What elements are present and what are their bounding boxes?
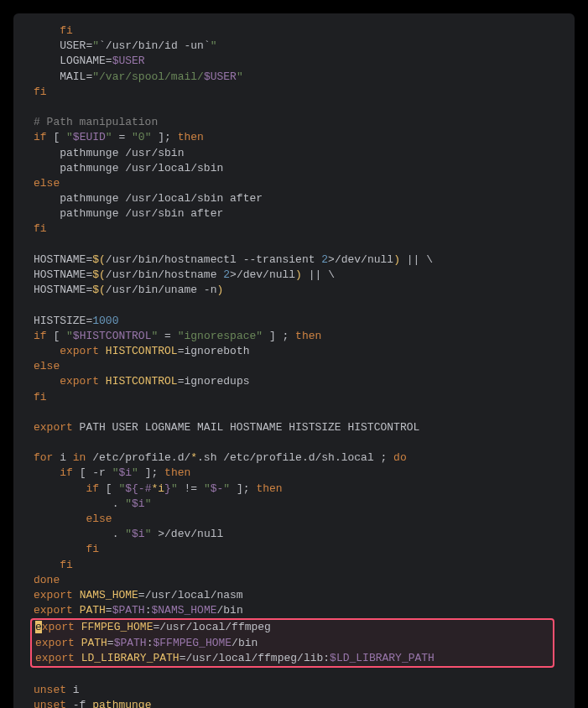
token-plain: =/usr/local/nasm	[138, 589, 243, 601]
code-line	[13, 435, 575, 450]
token-keyword: export	[60, 375, 99, 388]
token-cmd: NAMS_HOME	[80, 589, 138, 601]
token-keyword: then	[164, 466, 190, 479]
code-line: if [ "$EUID" = "0" ]; then	[13, 130, 575, 145]
token-keyword: then	[295, 330, 321, 342]
code-line: export PATH USER LOGNAME MAIL HOSTNAME H…	[13, 420, 575, 435]
token-plain	[99, 345, 106, 357]
token-var: $NAMS_HOME	[151, 604, 216, 617]
token-cmd: *i	[151, 482, 164, 495]
token-plain	[73, 589, 80, 601]
token-plain: [ -r	[73, 466, 112, 479]
token-cmd: )	[216, 284, 223, 296]
code-line: pathmunge /usr/sbin after	[13, 206, 575, 221]
token-plain: .	[112, 497, 126, 510]
token-keyword: fi	[86, 543, 99, 555]
token-cmd: PATH	[80, 604, 106, 617]
token-plain: pathmunge /usr/sbin	[60, 147, 184, 159]
code-line: pathmunge /usr/sbin	[13, 146, 575, 161]
token-plain: PATH USER LOGNAME MAIL HOSTNAME HISTSIZE…	[73, 421, 419, 434]
token-string: "0"	[132, 131, 151, 143]
token-keyword: then	[178, 131, 204, 143]
token-keyword: if	[60, 466, 73, 479]
token-keyword: fi	[34, 391, 47, 403]
token-plain: =	[107, 637, 114, 649]
token-plain: /usr/bin/hostnamectl --transient	[106, 253, 321, 266]
token-string: "	[125, 528, 132, 540]
token-plain: pathmunge /usr/sbin after	[60, 207, 223, 220]
token-plain: =	[158, 330, 177, 342]
token-var: $HISTCONTROL	[73, 330, 152, 342]
code-line: export NAMS_HOME=/usr/local/nasm	[13, 588, 575, 603]
token-string: "	[66, 131, 73, 143]
code-line: else	[13, 512, 575, 527]
token-string: "	[92, 39, 99, 52]
token-keyword: if	[34, 131, 47, 143]
token-keyword: export	[60, 345, 99, 357]
token-var: $i	[132, 528, 145, 540]
token-plain: =ignoreboth	[178, 345, 250, 357]
token-keyword: export	[34, 589, 73, 601]
token-plain: /bin	[217, 604, 243, 617]
code-line: LOGNAME=$USER	[13, 54, 575, 69]
token-string: "	[237, 70, 243, 83]
code-line: fi	[13, 85, 575, 100]
token-keyword: then	[256, 482, 282, 495]
token-keyword: else	[86, 513, 112, 525]
token-plain: [	[47, 330, 66, 342]
code-line: unset -f pathmunge	[13, 698, 575, 708]
token-cmd: $(	[92, 284, 106, 296]
token-plain: HOSTNAME	[34, 284, 86, 296]
token-string: "/var/spool/mail/	[92, 70, 204, 83]
token-plain: [	[47, 131, 66, 143]
code-line: done	[13, 573, 575, 588]
code-line	[13, 668, 575, 683]
code-line: export HISTCONTROL=ignoreboth	[13, 344, 575, 359]
token-var: $USER	[204, 70, 237, 83]
code-line: else	[13, 359, 575, 374]
token-plain	[75, 621, 81, 633]
code-line: HOSTNAME=$(/usr/bin/uname -n)	[13, 283, 575, 298]
token-keyword: export	[34, 604, 73, 617]
token-keyword: if	[34, 330, 47, 342]
token-string: "	[211, 39, 217, 52]
token-num: 2	[223, 268, 230, 281]
token-keyword: export	[35, 652, 75, 664]
token-keyword: unset	[34, 684, 66, 696]
token-eq: =	[106, 55, 112, 67]
code-line: export PATH=$PATH:$NAMS_HOME/bin	[13, 603, 575, 618]
token-var: $EUID	[73, 131, 106, 143]
token-plain: !=	[178, 482, 204, 495]
token-var: $-	[211, 482, 224, 495]
token-cmd: )	[393, 253, 400, 266]
token-plain: /bin	[232, 637, 258, 649]
token-plain: `/usr/bin/id -un`	[99, 39, 211, 52]
token-plain: =	[106, 604, 112, 617]
token-plain: ];	[151, 131, 177, 143]
token-plain: i	[66, 684, 80, 696]
code-line: USER="`/usr/bin/id -un`"	[13, 39, 575, 54]
code-lines-tail: unset iunset -f pathmunge	[13, 668, 575, 708]
token-keyword: else	[34, 360, 60, 372]
token-plain: HISTSIZE	[34, 315, 86, 327]
token-string: "	[106, 131, 112, 143]
token-plain: -f	[66, 699, 92, 708]
token-var: $i	[132, 497, 145, 510]
token-plain	[99, 375, 106, 388]
token-string: "	[171, 482, 178, 495]
token-plain: LOGNAME	[60, 55, 106, 67]
highlighted-lines: export FFMPEG_HOME=/usr/local/ffmpegexpo…	[32, 620, 553, 666]
token-keyword: fi	[34, 222, 47, 235]
token-plain: || \	[302, 268, 335, 281]
token-plain: HOSTNAME	[34, 253, 86, 266]
token-string: "	[145, 497, 152, 510]
code-line	[13, 405, 575, 420]
code-line	[13, 100, 575, 115]
token-string: "	[132, 466, 138, 479]
token-num: 1000	[92, 315, 118, 327]
code-line	[13, 298, 575, 313]
code-line: . "$i"	[13, 497, 575, 512]
token-cmd: PATH	[81, 637, 107, 649]
code-line: export FFMPEG_HOME=/usr/local/ffmpeg	[32, 620, 553, 635]
token-keyword: fi	[34, 86, 47, 98]
